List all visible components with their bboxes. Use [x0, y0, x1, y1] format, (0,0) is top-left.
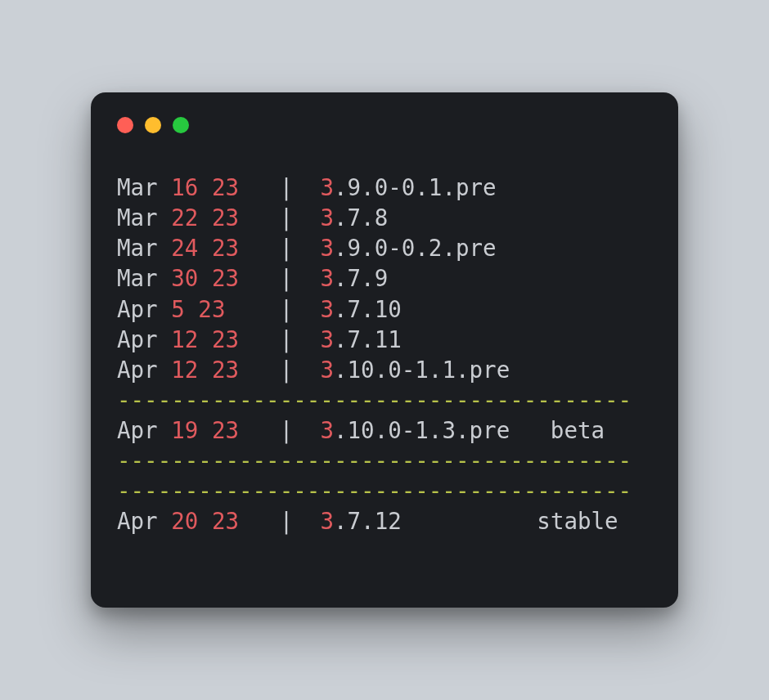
version-major: 3 — [320, 235, 334, 261]
version-rest: .7.10 — [334, 296, 402, 322]
version-major: 3 — [320, 265, 334, 291]
release-row: Mar 24 23 | 3.9.0-0.2.pre — [117, 233, 652, 263]
release-month: Mar — [117, 265, 158, 291]
zoom-icon[interactable] — [173, 117, 189, 133]
terminal-window: Mar 16 23 | 3.9.0-0.1.preMar 22 23 | 3.7… — [91, 92, 678, 608]
release-channel: beta — [510, 417, 605, 443]
terminal-output: Mar 16 23 | 3.9.0-0.1.preMar 22 23 | 3.7… — [117, 173, 652, 537]
separator-line: -------------------------------------- — [117, 446, 652, 476]
release-day: 22 — [171, 204, 198, 231]
version-major: 3 — [320, 417, 334, 443]
release-channel: stable — [402, 508, 618, 534]
version-major: 3 — [320, 296, 334, 322]
release-year: 23 — [212, 357, 239, 383]
column-divider: | — [253, 326, 321, 352]
column-divider: | — [253, 508, 321, 534]
version-major: 3 — [320, 357, 334, 383]
version-major: 3 — [320, 508, 334, 534]
minimize-icon[interactable] — [145, 117, 161, 133]
column-divider: | — [253, 296, 321, 322]
column-divider: | — [253, 204, 321, 231]
release-year: 23 — [212, 417, 239, 443]
release-day: 20 — [171, 508, 198, 534]
release-month: Apr — [117, 508, 158, 534]
version-rest: .7.8 — [334, 204, 388, 231]
release-month: Apr — [117, 417, 158, 443]
release-row: Mar 30 23 | 3.7.9 — [117, 263, 652, 294]
release-row: Mar 16 23 | 3.9.0-0.1.pre — [117, 173, 652, 203]
release-year: 23 — [198, 296, 225, 322]
release-day: 5 — [171, 296, 185, 322]
release-row: Mar 22 23 | 3.7.8 — [117, 203, 652, 233]
release-day: 12 — [171, 357, 198, 383]
version-rest: .9.0-0.1.pre — [334, 174, 497, 200]
version-rest: .10.0-1.1.pre — [334, 357, 510, 383]
release-month: Apr — [117, 296, 158, 322]
release-month: Mar — [117, 235, 158, 261]
column-divider: | — [253, 265, 321, 291]
release-year: 23 — [212, 326, 239, 352]
separator-line: -------------------------------------- — [117, 476, 652, 506]
release-day: 30 — [171, 265, 198, 291]
release-row: Apr 5 23 | 3.7.10 — [117, 294, 652, 325]
release-day: 12 — [171, 326, 198, 352]
release-year: 23 — [212, 174, 239, 200]
release-month: Apr — [117, 326, 158, 352]
column-divider: | — [253, 357, 321, 383]
version-major: 3 — [320, 326, 334, 352]
column-divider: | — [253, 417, 321, 443]
release-year: 23 — [212, 265, 239, 291]
release-month: Mar — [117, 174, 158, 200]
release-row: Apr 12 23 | 3.10.0-1.1.pre — [117, 355, 652, 385]
column-divider: | — [253, 174, 321, 200]
release-day: 16 — [171, 174, 198, 200]
version-major: 3 — [320, 174, 334, 200]
version-rest: .7.12 — [334, 508, 402, 534]
version-rest: .7.9 — [334, 265, 388, 291]
release-row: Apr 12 23 | 3.7.11 — [117, 325, 652, 355]
release-row: Apr 19 23 | 3.10.0-1.3.pre beta — [117, 415, 652, 446]
close-icon[interactable] — [117, 117, 133, 133]
release-year: 23 — [212, 204, 239, 231]
column-divider: | — [253, 235, 321, 261]
release-year: 23 — [212, 508, 239, 534]
version-major: 3 — [320, 204, 334, 231]
release-day: 19 — [171, 417, 198, 443]
window-controls — [117, 117, 652, 133]
release-month: Mar — [117, 204, 158, 231]
release-row: Apr 20 23 | 3.7.12 stable — [117, 506, 652, 536]
release-day: 24 — [171, 235, 198, 261]
release-month: Apr — [117, 357, 158, 383]
release-year: 23 — [212, 235, 239, 261]
version-rest: .7.11 — [334, 326, 402, 352]
version-rest: .10.0-1.3.pre — [334, 417, 510, 443]
version-rest: .9.0-0.2.pre — [334, 235, 497, 261]
separator-line: -------------------------------------- — [117, 385, 652, 415]
